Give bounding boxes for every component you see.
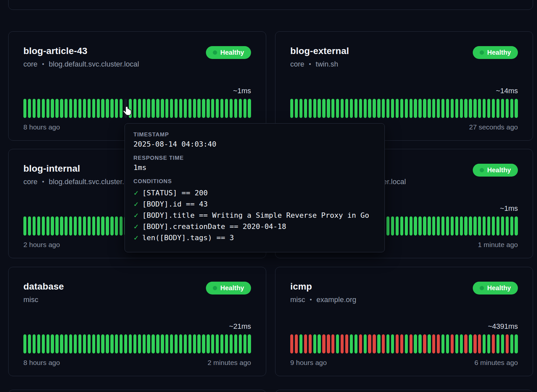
uptime-bar[interactable] bbox=[220, 334, 223, 353]
uptime-bar[interactable] bbox=[400, 99, 403, 118]
uptime-bar[interactable] bbox=[359, 99, 362, 118]
uptime-bar[interactable] bbox=[184, 334, 187, 353]
uptime-bars[interactable] bbox=[290, 334, 518, 353]
uptime-bar[interactable] bbox=[350, 99, 353, 118]
uptime-bar[interactable] bbox=[501, 216, 504, 236]
uptime-bar[interactable] bbox=[55, 216, 58, 236]
uptime-bar[interactable] bbox=[437, 99, 440, 118]
uptime-bar[interactable] bbox=[156, 334, 159, 353]
uptime-bar[interactable] bbox=[396, 334, 399, 353]
uptime-bar[interactable] bbox=[460, 99, 463, 118]
uptime-bar[interactable] bbox=[313, 334, 316, 353]
uptime-bar[interactable] bbox=[88, 99, 91, 118]
uptime-bar[interactable] bbox=[382, 334, 385, 353]
uptime-bar[interactable] bbox=[92, 334, 95, 353]
uptime-bar[interactable] bbox=[464, 334, 467, 353]
uptime-bar[interactable] bbox=[396, 99, 399, 118]
uptime-bar[interactable] bbox=[515, 334, 518, 353]
uptime-bar[interactable] bbox=[290, 99, 293, 118]
uptime-bar[interactable] bbox=[42, 334, 45, 353]
uptime-bar[interactable] bbox=[188, 334, 191, 353]
uptime-bar[interactable] bbox=[175, 99, 178, 118]
uptime-bar[interactable] bbox=[170, 334, 173, 353]
uptime-bar[interactable] bbox=[368, 99, 371, 118]
uptime-bar[interactable] bbox=[469, 216, 472, 236]
uptime-bar[interactable] bbox=[441, 99, 444, 118]
uptime-bar[interactable] bbox=[42, 216, 45, 236]
uptime-bar[interactable] bbox=[501, 334, 504, 353]
uptime-bar[interactable] bbox=[156, 99, 159, 118]
uptime-bar[interactable] bbox=[304, 99, 307, 118]
uptime-bar[interactable] bbox=[28, 334, 31, 353]
uptime-bar[interactable] bbox=[309, 334, 312, 353]
uptime-bar[interactable] bbox=[396, 216, 399, 236]
uptime-bar[interactable] bbox=[391, 334, 394, 353]
uptime-bar[interactable] bbox=[373, 334, 376, 353]
uptime-bar[interactable] bbox=[143, 334, 146, 353]
uptime-bar[interactable] bbox=[51, 334, 54, 353]
uptime-bar[interactable] bbox=[506, 216, 509, 236]
uptime-bar[interactable] bbox=[455, 99, 458, 118]
uptime-bar[interactable] bbox=[345, 99, 348, 118]
uptime-bar[interactable] bbox=[74, 334, 77, 353]
uptime-bar[interactable] bbox=[33, 334, 36, 353]
uptime-bar[interactable] bbox=[487, 99, 490, 118]
uptime-bar[interactable] bbox=[92, 216, 95, 236]
uptime-bar[interactable] bbox=[405, 334, 408, 353]
uptime-bars[interactable] bbox=[23, 99, 251, 118]
uptime-bar[interactable] bbox=[382, 99, 385, 118]
uptime-bar[interactable] bbox=[248, 334, 251, 353]
uptime-bar[interactable] bbox=[78, 334, 81, 353]
uptime-bar[interactable] bbox=[418, 334, 421, 353]
uptime-bar[interactable] bbox=[188, 99, 191, 118]
uptime-bar[interactable] bbox=[405, 216, 408, 236]
uptime-bar[interactable] bbox=[110, 216, 113, 236]
uptime-bar[interactable] bbox=[170, 99, 173, 118]
uptime-bar[interactable] bbox=[179, 334, 182, 353]
uptime-bar[interactable] bbox=[483, 334, 486, 353]
uptime-bar[interactable] bbox=[492, 216, 495, 236]
uptime-bar[interactable] bbox=[446, 334, 449, 353]
uptime-bar[interactable] bbox=[327, 99, 330, 118]
uptime-bar[interactable] bbox=[78, 216, 81, 236]
uptime-bar[interactable] bbox=[230, 334, 233, 353]
uptime-bar[interactable] bbox=[350, 334, 353, 353]
uptime-bar[interactable] bbox=[69, 99, 72, 118]
uptime-bar[interactable] bbox=[318, 99, 321, 118]
uptime-bar[interactable] bbox=[510, 216, 513, 236]
uptime-bar[interactable] bbox=[492, 99, 495, 118]
uptime-bars[interactable] bbox=[290, 99, 518, 118]
uptime-bar[interactable] bbox=[101, 216, 104, 236]
uptime-bar[interactable] bbox=[478, 334, 481, 353]
uptime-bar[interactable] bbox=[451, 99, 454, 118]
uptime-bar[interactable] bbox=[28, 216, 31, 236]
uptime-bar[interactable] bbox=[460, 216, 463, 236]
uptime-bar[interactable] bbox=[129, 334, 132, 353]
uptime-bar[interactable] bbox=[161, 334, 164, 353]
uptime-bar[interactable] bbox=[473, 334, 476, 353]
uptime-bar[interactable] bbox=[161, 99, 164, 118]
uptime-bar[interactable] bbox=[37, 334, 40, 353]
uptime-bar[interactable] bbox=[473, 216, 476, 236]
uptime-bar[interactable] bbox=[193, 334, 196, 353]
uptime-bar[interactable] bbox=[65, 334, 68, 353]
uptime-bar[interactable] bbox=[115, 334, 118, 353]
uptime-bar[interactable] bbox=[179, 99, 182, 118]
uptime-bar[interactable] bbox=[197, 99, 200, 118]
uptime-bar[interactable] bbox=[373, 99, 376, 118]
uptime-bar[interactable] bbox=[65, 216, 68, 236]
uptime-bar[interactable] bbox=[432, 99, 435, 118]
uptime-bar[interactable] bbox=[290, 334, 293, 353]
uptime-bar[interactable] bbox=[391, 99, 394, 118]
uptime-bar[interactable] bbox=[473, 99, 476, 118]
uptime-bar[interactable] bbox=[23, 216, 26, 236]
uptime-bar[interactable] bbox=[414, 99, 417, 118]
uptime-bar[interactable] bbox=[28, 99, 31, 118]
uptime-bar[interactable] bbox=[410, 334, 412, 353]
uptime-bar[interactable] bbox=[464, 216, 467, 236]
uptime-bar[interactable] bbox=[147, 334, 150, 353]
uptime-bar[interactable] bbox=[69, 216, 72, 236]
uptime-bar[interactable] bbox=[464, 99, 467, 118]
uptime-bar[interactable] bbox=[225, 334, 228, 353]
uptime-bar[interactable] bbox=[207, 334, 210, 353]
